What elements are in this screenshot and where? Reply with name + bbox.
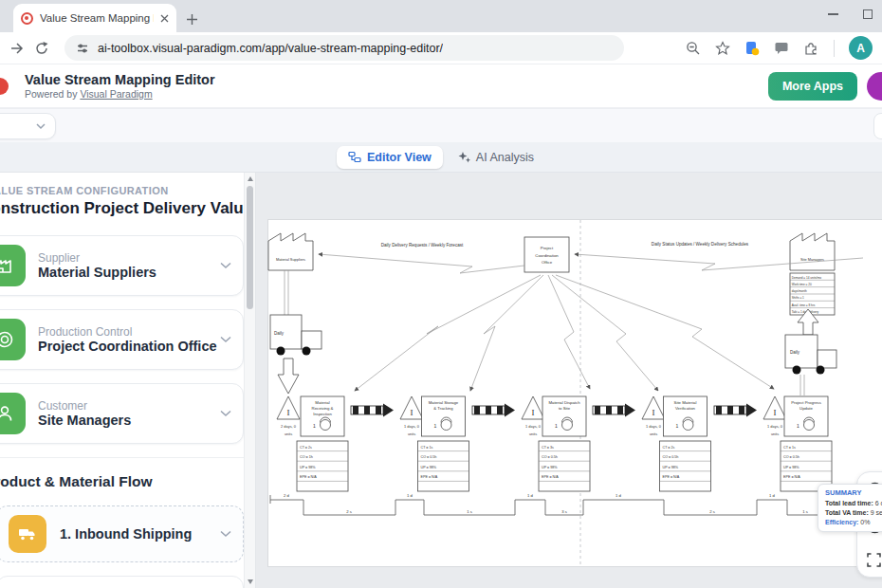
push-arrow[interactable]: [593, 404, 635, 417]
summary-lead-time: Total lead time: 6 days: [825, 499, 882, 508]
fit-to-screen-icon[interactable]: [867, 553, 881, 567]
extension-badge-icon[interactable]: [744, 41, 760, 56]
svg-text:Daily: Daily: [790, 350, 800, 355]
reload-icon[interactable]: [34, 41, 49, 56]
more-apps-button[interactable]: More Apps: [768, 72, 857, 101]
inventory-triangle[interactable]: I 1 days, 0 units: [400, 396, 423, 436]
svg-text:Demand = 14 units/mo: Demand = 14 units/mo: [792, 276, 821, 280]
summary-va-time: Total VA time: 9 secs: [825, 508, 882, 518]
svg-text:EPE = N/A: EPE = N/A: [663, 475, 680, 479]
svg-text:I: I: [774, 408, 777, 417]
push-arrow[interactable]: [351, 404, 394, 417]
window-minimize-icon[interactable]: [828, 13, 838, 14]
chevron-down-icon[interactable]: [220, 530, 231, 538]
inventory-triangle[interactable]: I 1 days, 0 units: [642, 396, 665, 436]
svg-text:Coordination: Coordination: [535, 253, 559, 258]
svg-text:1 s: 1 s: [802, 509, 808, 514]
scroll-down-icon[interactable]: [248, 579, 253, 584]
bookmark-star-icon[interactable]: [715, 41, 730, 56]
svg-text:Project Progress: Project Progress: [791, 400, 821, 405]
supplier-truck[interactable]: Daily: [270, 315, 322, 356]
svg-text:Material: Material: [315, 400, 329, 405]
comment-icon[interactable]: [774, 41, 789, 56]
process-box[interactable]: Site Material Verification 1 CT = 2s CO …: [660, 396, 711, 491]
inventory-triangle[interactable]: I 1 days, 0 units: [763, 396, 786, 436]
svg-text:units: units: [771, 432, 779, 436]
svg-text:CT = 1s: CT = 1s: [783, 446, 796, 450]
svg-text:CO = 0.5h: CO = 0.5h: [783, 455, 799, 459]
production-control-card[interactable]: Production Control Project Coordination …: [0, 309, 244, 370]
process-box[interactable]: Material Storage & Tracking 1 CT = 1s CO…: [418, 396, 469, 491]
inbound-shipping-card[interactable]: 1. Inbound Shipping: [0, 505, 244, 562]
process-box[interactable]: Project Progress Update 1 CT = 1s CO = 0…: [781, 396, 832, 491]
account-avatar[interactable]: [867, 72, 882, 101]
scroll-up-icon[interactable]: [248, 176, 253, 181]
address-bar[interactable]: ai-toolbox.visual-paradigm.com/app/value…: [64, 35, 624, 61]
info-arrow-to-supplier[interactable]: [319, 254, 524, 273]
supplier-card[interactable]: Supplier Material Suppliers: [0, 235, 244, 296]
new-tab-button[interactable]: [186, 13, 198, 26]
svg-text:CT = 3s: CT = 3s: [542, 446, 554, 450]
tab-ai-label: AI Analysis: [476, 151, 534, 164]
sidebar-scrollbar[interactable]: [244, 173, 255, 588]
menu-row: e: [0, 108, 882, 142]
supplier-factory-shape[interactable]: Material Suppliers: [268, 233, 313, 270]
svg-text:Material Dispatch: Material Dispatch: [548, 400, 580, 405]
chevron-down-icon[interactable]: [220, 410, 231, 417]
svg-text:CT = 2s: CT = 2s: [300, 446, 312, 450]
toolbar-partial-button[interactable]: [873, 113, 882, 139]
customer-truck[interactable]: Daily: [785, 335, 836, 375]
schedule-arrows: [355, 275, 774, 391]
site-favicon: [21, 12, 33, 25]
process-box[interactable]: Material Dispatch to Site 1 CT = 3s CO =…: [539, 396, 590, 491]
svg-text:Inspection: Inspection: [313, 412, 332, 416]
vsm-diagram[interactable]: Material Suppliers Project Coordination …: [256, 173, 882, 588]
inventory-box-card[interactable]: Inventory Box: [0, 576, 244, 588]
push-arrow[interactable]: [472, 404, 515, 417]
svg-text:1: 1: [555, 423, 558, 429]
production-control-shape[interactable]: Project Coordination Office: [524, 237, 569, 272]
svg-text:Office: Office: [542, 260, 553, 265]
file-menu-dropdown[interactable]: e: [0, 113, 56, 139]
svg-text:& Tracking: & Tracking: [433, 406, 453, 411]
inventory-triangle[interactable]: I 2 days, 0 units: [277, 396, 300, 436]
tab-editor-view[interactable]: Editor View: [337, 146, 443, 169]
svg-text:UP = 98%: UP = 98%: [421, 466, 437, 469]
extensions-puzzle-icon[interactable]: [803, 40, 819, 56]
browser-tab[interactable]: Value Stream Mapping Editor: [13, 4, 176, 32]
summary-efficiency: Efficiency: 0%: [825, 518, 882, 527]
chevron-down-icon: [36, 123, 46, 130]
powered-by: Powered by Visual Paradigm: [25, 88, 215, 100]
customer-data-box[interactable]: Demand = 14 units/mo Work time = 20 days…: [790, 273, 835, 315]
profile-avatar[interactable]: A: [849, 36, 873, 60]
svg-text:to Site: to Site: [559, 406, 571, 411]
process-box[interactable]: Material Receiving & Inspection 1 CT = 2…: [297, 396, 348, 491]
diagram-canvas[interactable]: Material Suppliers Project Coordination …: [256, 173, 882, 588]
customer-card[interactable]: Customer Site Managers: [0, 383, 244, 444]
svg-text:1: 1: [676, 423, 679, 429]
timeline[interactable]: 2 d 1 d 1 d 1 d 1 d 2 s 1 s 3 s 2 s 1 s: [270, 493, 833, 515]
svg-text:Material Storage: Material Storage: [429, 400, 459, 405]
scrollbar-thumb[interactable]: [247, 186, 253, 309]
role-name: Material Suppliers: [38, 265, 208, 280]
customer-factory-shape[interactable]: Site Managers: [790, 233, 835, 270]
zoom-out-page-icon[interactable]: [686, 41, 701, 56]
chevron-down-icon[interactable]: [220, 336, 231, 343]
configuration-sidebar: VALUE STREAM CONFIGURATION Construction …: [0, 173, 256, 588]
svg-text:Receiving &: Receiving &: [312, 406, 334, 411]
tab-ai-analysis[interactable]: AI Analysis: [447, 146, 545, 169]
inventory-triangle[interactable]: I 1 days, 0 units: [522, 396, 544, 436]
svg-text:I: I: [287, 408, 290, 417]
window-maximize-icon[interactable]: [863, 9, 873, 19]
chevron-down-icon[interactable]: [220, 262, 231, 269]
svg-text:EPE = N/A: EPE = N/A: [421, 475, 438, 479]
visual-paradigm-link[interactable]: Visual Paradigm: [80, 88, 152, 100]
value-stream-title: Construction Project Delivery Value S: [0, 199, 255, 218]
push-arrow[interactable]: [714, 404, 757, 417]
forward-icon[interactable]: [9, 41, 25, 56]
svg-text:units: units: [285, 432, 292, 436]
svg-text:1 s: 1 s: [467, 509, 472, 514]
tab-close-icon[interactable]: [160, 14, 169, 23]
tab-title: Value Stream Mapping Editor: [40, 12, 154, 24]
site-info-icon[interactable]: [76, 42, 89, 55]
